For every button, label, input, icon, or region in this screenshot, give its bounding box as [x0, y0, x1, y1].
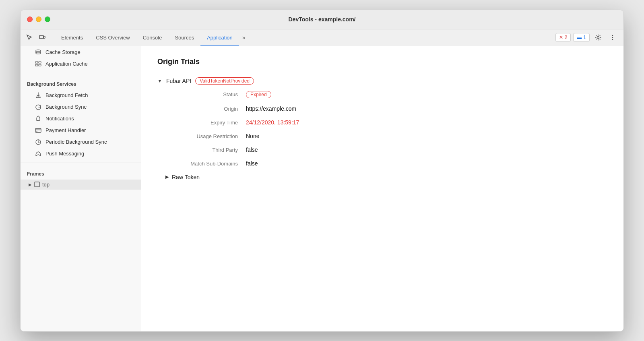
- tab-css-overview[interactable]: CSS Overview: [89, 30, 136, 46]
- device-icon[interactable]: [37, 32, 48, 43]
- more-tabs-button[interactable]: »: [239, 29, 249, 46]
- svg-rect-7: [35, 62, 38, 63]
- error-badge-button[interactable]: ✕ 2: [555, 33, 571, 42]
- background-fetch-label: Background Fetch: [45, 92, 88, 98]
- sidebar-item-push-messaging[interactable]: Push Messaging: [22, 148, 139, 159]
- application-cache-label: Application Cache: [45, 61, 88, 67]
- raw-token-label: Raw Token: [172, 174, 200, 180]
- usage-label: Usage Restriction: [165, 133, 246, 139]
- svg-rect-1: [43, 36, 45, 38]
- expiry-label: Expiry Time: [165, 120, 246, 126]
- api-section: ▼ Fubar API ValidTokenNotProvided Status…: [157, 77, 607, 180]
- svg-point-2: [597, 37, 599, 39]
- svg-rect-8: [39, 62, 41, 63]
- info-icon: ▬: [577, 35, 582, 40]
- tab-console[interactable]: Console: [136, 30, 169, 46]
- api-badge: ValidTokenNotProvided: [195, 77, 254, 85]
- cache-storage-icon: [35, 49, 41, 56]
- detail-row-subdomains: Match Sub-Domains false: [165, 160, 447, 167]
- third-party-value: false: [246, 147, 258, 153]
- svg-point-3: [612, 35, 613, 36]
- sidebar-item-background-fetch[interactable]: Background Fetch: [22, 90, 139, 101]
- error-count: 2: [565, 35, 568, 40]
- frames-header: Frames: [21, 166, 141, 179]
- svg-rect-9: [35, 64, 38, 66]
- settings-button[interactable]: [592, 31, 604, 43]
- maximize-button[interactable]: [45, 17, 50, 22]
- sidebar-item-notifications[interactable]: Notifications: [22, 113, 139, 124]
- tab-elements[interactable]: Elements: [55, 30, 89, 46]
- sidebar-item-cache-storage[interactable]: Cache Storage: [22, 47, 139, 58]
- background-sync-icon: [35, 104, 41, 110]
- raw-token-row: ▶ Raw Token: [165, 174, 607, 180]
- subdomains-label: Match Sub-Domains: [165, 161, 246, 167]
- sidebar-item-application-cache[interactable]: Application Cache: [22, 58, 139, 70]
- api-header: ▼ Fubar API ValidTokenNotProvided: [157, 77, 607, 85]
- divider-1: [21, 73, 141, 73]
- application-cache-icon: [35, 61, 41, 67]
- api-collapse-icon[interactable]: ▼: [157, 78, 162, 84]
- payment-handler-label: Payment Handler: [45, 127, 86, 133]
- tab-sources[interactable]: Sources: [168, 30, 200, 46]
- detail-row-origin: Origin https://example.com: [165, 105, 447, 112]
- svg-point-6: [36, 50, 41, 51]
- origin-label: Origin: [165, 106, 246, 112]
- third-party-label: Third Party: [165, 147, 246, 153]
- tab-bar: Elements CSS Overview Console Sources Ap…: [21, 29, 623, 46]
- frame-icon: [34, 182, 40, 187]
- origin-value: https://example.com: [246, 105, 296, 112]
- background-services-header: Background Services: [21, 76, 141, 89]
- svg-point-5: [612, 39, 613, 40]
- frames-top-label: top: [42, 182, 50, 188]
- detail-table: Status Expired Origin https://example.co…: [165, 91, 447, 167]
- periodic-bg-sync-label: Periodic Background Sync: [45, 139, 107, 145]
- sidebar: Cache Storage Application Cache Backgrou…: [21, 46, 141, 331]
- notifications-icon: [35, 116, 41, 122]
- sidebar-item-background-sync[interactable]: Background Sync: [22, 101, 139, 113]
- info-count: 1: [583, 35, 586, 40]
- svg-rect-16: [35, 182, 39, 187]
- close-button[interactable]: [27, 17, 33, 22]
- content-panel: Origin Trials ▼ Fubar API ValidTokenNotP…: [141, 46, 623, 331]
- tab-application[interactable]: Application: [200, 30, 239, 46]
- status-label: Status: [165, 91, 246, 97]
- raw-token-toggle-icon[interactable]: ▶: [165, 174, 169, 180]
- detail-row-usage: Usage Restriction None: [165, 133, 447, 139]
- tab-bar-right: ✕ 2 ▬ 1: [551, 29, 623, 46]
- svg-rect-0: [39, 35, 43, 39]
- more-options-button[interactable]: [607, 31, 619, 43]
- page-title: Origin Trials: [157, 58, 607, 66]
- inspect-icon[interactable]: [24, 32, 35, 43]
- minimize-button[interactable]: [36, 17, 41, 22]
- error-icon: ✕: [559, 35, 563, 40]
- sidebar-item-payment-handler[interactable]: Payment Handler: [22, 125, 139, 136]
- tabs: Elements CSS Overview Console Sources Ap…: [55, 29, 551, 46]
- svg-rect-14: [36, 131, 37, 132]
- info-badge-button[interactable]: ▬ 1: [573, 33, 590, 42]
- traffic-lights: [27, 17, 50, 22]
- main-content: Cache Storage Application Cache Backgrou…: [21, 46, 623, 331]
- frames-top-item[interactable]: ▶ top: [21, 180, 141, 190]
- cache-storage-label: Cache Storage: [45, 49, 80, 55]
- frames-toggle-icon: ▶: [29, 182, 32, 187]
- sidebar-item-periodic-bg-sync[interactable]: Periodic Background Sync: [22, 136, 139, 148]
- window-title: DevTools - example.com/: [288, 16, 355, 23]
- expiry-value: 24/12/2020, 13:59:17: [246, 119, 299, 126]
- divider-2: [21, 163, 141, 163]
- payment-handler-icon: [35, 127, 41, 134]
- notifications-label: Notifications: [45, 116, 74, 122]
- detail-row-status: Status Expired: [165, 91, 447, 98]
- periodic-bg-sync-icon: [35, 139, 41, 145]
- svg-rect-12: [35, 128, 41, 132]
- push-messaging-icon: [35, 151, 41, 157]
- toolbar-icons: [24, 29, 53, 46]
- svg-rect-10: [39, 64, 41, 66]
- devtools-window: DevTools - example.com/ Elements CSS Ove…: [20, 10, 624, 332]
- detail-row-third-party: Third Party false: [165, 147, 447, 153]
- subdomains-value: false: [246, 160, 258, 167]
- title-bar: DevTools - example.com/: [21, 10, 623, 29]
- detail-row-expiry: Expiry Time 24/12/2020, 13:59:17: [165, 119, 447, 126]
- push-messaging-label: Push Messaging: [45, 151, 84, 157]
- api-name: Fubar API: [166, 78, 191, 84]
- status-value: Expired: [246, 91, 271, 98]
